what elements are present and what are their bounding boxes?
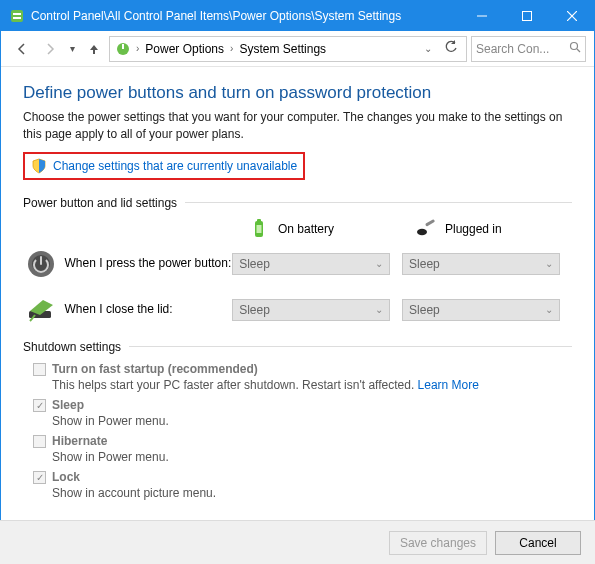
lid-icon (25, 294, 57, 326)
control-panel-icon (9, 8, 25, 24)
chevron-down-icon: ⌄ (545, 258, 553, 269)
power-button-icon (25, 248, 57, 280)
checkbox-label: Hibernate (52, 434, 107, 448)
svg-point-9 (571, 43, 578, 50)
column-headers: On battery Plugged in (23, 218, 572, 240)
page-title: Define power buttons and turn on passwor… (23, 83, 572, 103)
checkbox-icon (33, 363, 46, 376)
checkbox-sleep[interactable]: ✓ Sleep (33, 398, 572, 412)
learn-more-link[interactable]: Learn More (418, 378, 479, 392)
checkbox-description: Show in Power menu. (52, 450, 572, 464)
checkbox-label: Lock (52, 470, 80, 484)
lid-plugged-select[interactable]: Sleep⌄ (402, 299, 560, 321)
power-button-plugged-select[interactable]: Sleep⌄ (402, 253, 560, 275)
group-title: Shutdown settings (23, 340, 121, 354)
combo-value: Sleep (239, 303, 270, 317)
divider (129, 346, 572, 347)
checkbox-lock[interactable]: ✓ Lock (33, 470, 572, 484)
chevron-down-icon: ⌄ (375, 304, 383, 315)
cancel-button[interactable]: Cancel (495, 531, 581, 555)
setting-label: When I close the lid: (65, 302, 233, 318)
combo-value: Sleep (409, 257, 440, 271)
page-description: Choose the power settings that you want … (23, 109, 572, 144)
svg-rect-15 (425, 219, 435, 227)
row-power-button: When I press the power button: Sleep⌄ Sl… (23, 248, 572, 280)
plug-icon (415, 218, 437, 240)
setting-label: When I press the power button: (65, 256, 233, 272)
svg-rect-8 (122, 44, 124, 49)
footer: Save changes Cancel (0, 520, 595, 564)
maximize-button[interactable] (504, 1, 549, 31)
history-dropdown[interactable]: ▾ (65, 36, 79, 62)
breadcrumb-item[interactable]: Power Options (143, 40, 226, 58)
combo-value: Sleep (239, 257, 270, 271)
content: Define power buttons and turn on passwor… (1, 67, 594, 520)
minimize-button[interactable] (459, 1, 504, 31)
checkbox-icon: ✓ (33, 471, 46, 484)
window-title: Control Panel\All Control Panel Items\Po… (31, 9, 459, 23)
svg-rect-13 (257, 225, 262, 233)
search-placeholder: Search Con... (476, 42, 565, 56)
titlebar: Control Panel\All Control Panel Items\Po… (1, 1, 594, 31)
power-options-icon (114, 40, 132, 58)
change-settings-link[interactable]: Change settings that are currently unava… (53, 159, 297, 173)
shield-icon (31, 158, 47, 174)
power-button-battery-select[interactable]: Sleep⌄ (232, 253, 390, 275)
chevron-down-icon: ⌄ (375, 258, 383, 269)
svg-rect-4 (522, 12, 531, 21)
breadcrumb-dropdown-icon[interactable]: ⌄ (424, 43, 432, 54)
breadcrumb[interactable]: › Power Options › System Settings ⌄ (109, 36, 467, 62)
checkbox-description: Show in Power menu. (52, 414, 572, 428)
group-power-lid: Power button and lid settings On battery… (23, 196, 572, 326)
refresh-button[interactable] (440, 40, 462, 57)
checkbox-icon: ✓ (33, 399, 46, 412)
checkbox-description: This helps start your PC faster after sh… (52, 378, 572, 392)
svg-rect-2 (13, 17, 21, 19)
chevron-down-icon: ⌄ (545, 304, 553, 315)
checkbox-hibernate[interactable]: Hibernate (33, 434, 572, 448)
search-icon (569, 41, 581, 56)
checkbox-description: Show in account picture menu. (52, 486, 572, 500)
forward-button[interactable] (37, 36, 63, 62)
checkbox-fast-startup[interactable]: Turn on fast startup (recommended) (33, 362, 572, 376)
svg-rect-1 (13, 13, 21, 15)
group-title: Power button and lid settings (23, 196, 177, 210)
back-button[interactable] (9, 36, 35, 62)
chevron-right-icon: › (230, 43, 233, 54)
group-shutdown: Shutdown settings Turn on fast startup (… (23, 340, 572, 500)
save-button[interactable]: Save changes (389, 531, 487, 555)
column-label-battery: On battery (278, 222, 334, 236)
search-input[interactable]: Search Con... (471, 36, 586, 62)
combo-value: Sleep (409, 303, 440, 317)
breadcrumb-item[interactable]: System Settings (237, 40, 328, 58)
row-close-lid: When I close the lid: Sleep⌄ Sleep⌄ (23, 294, 572, 326)
divider (185, 202, 572, 203)
lid-battery-select[interactable]: Sleep⌄ (232, 299, 390, 321)
checkbox-label: Turn on fast startup (recommended) (52, 362, 258, 376)
svg-rect-0 (11, 10, 23, 22)
up-button[interactable] (81, 36, 107, 62)
column-label-plugged: Plugged in (445, 222, 502, 236)
svg-point-14 (417, 229, 427, 235)
chevron-right-icon: › (136, 43, 139, 54)
checkbox-label: Sleep (52, 398, 84, 412)
svg-rect-12 (257, 219, 261, 222)
svg-line-10 (577, 49, 580, 52)
checkbox-icon (33, 435, 46, 448)
change-settings-callout: Change settings that are currently unava… (23, 152, 305, 180)
close-button[interactable] (549, 1, 594, 31)
navbar: ▾ › Power Options › System Settings ⌄ Se… (1, 31, 594, 67)
battery-icon (248, 218, 270, 240)
